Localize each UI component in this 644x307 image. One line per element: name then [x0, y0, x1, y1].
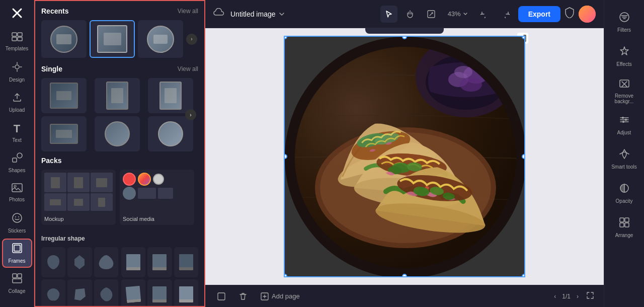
svg-rect-66	[620, 223, 624, 227]
collage-icon	[12, 273, 23, 286]
canvas-duplicate-btn[interactable]	[406, 28, 423, 32]
recent-frame-3[interactable]	[138, 20, 183, 58]
irregular-shape-2[interactable]	[67, 247, 92, 277]
single-frame-2[interactable]	[95, 78, 140, 113]
opacity-tool[interactable]: Opacity	[607, 177, 642, 209]
recent-frame-1[interactable]	[41, 20, 87, 58]
filters-label: Filters	[617, 27, 631, 33]
polaroid-4[interactable]	[121, 279, 145, 307]
pack-mockup[interactable]: Mockup	[41, 170, 116, 225]
polaroid-6[interactable]	[174, 279, 198, 307]
fullscreen-btn[interactable]	[585, 290, 596, 302]
single-chevron[interactable]: ›	[185, 109, 196, 120]
upload-icon	[12, 92, 23, 105]
irregular-section-header: Irregular shape	[41, 235, 198, 242]
svg-rect-7	[13, 158, 17, 162]
stickers-label: Stickers	[8, 228, 26, 234]
adjust-tool[interactable]: Adjust	[607, 109, 642, 141]
packs-grid: Mockup Social media	[41, 170, 198, 225]
undo-btn[interactable]	[476, 6, 493, 23]
sidebar-item-collage[interactable]: Collage	[2, 269, 32, 298]
sidebar-item-upload[interactable]: Upload	[2, 88, 32, 117]
delete-btn[interactable]	[235, 290, 251, 302]
stickers-icon	[12, 212, 23, 226]
svg-point-62	[622, 121, 624, 123]
canvas-area[interactable]: Page 1	[205, 28, 604, 285]
irregular-shape-3[interactable]	[94, 247, 118, 277]
irregular-row: Irregular shape	[41, 247, 198, 307]
sidebar-item-design[interactable]: Design	[2, 57, 32, 87]
svg-rect-2	[12, 33, 17, 36]
arrange-tool[interactable]: Arrange	[607, 211, 642, 244]
irregular-shape-4[interactable]	[41, 279, 65, 307]
next-page-btn[interactable]: ›	[575, 291, 581, 302]
svg-point-12	[15, 216, 16, 217]
remove-bg-icon	[619, 78, 630, 91]
shield-icon[interactable]	[565, 7, 575, 21]
svg-rect-56	[218, 293, 225, 300]
svg-rect-18	[13, 279, 22, 283]
shapes-label: Shapes	[9, 168, 26, 173]
sidebar-item-text[interactable]: T Text	[2, 118, 32, 147]
frames-panel: Recents View all › Single View all	[34, 0, 205, 307]
resize-tool-btn[interactable]	[423, 6, 440, 23]
hand-tool-btn[interactable]	[401, 6, 419, 23]
canvas-image[interactable]: ↻	[284, 36, 525, 277]
single-frame-6[interactable]	[148, 116, 193, 151]
adjust-icon	[619, 114, 630, 128]
photos-label: Photos	[9, 197, 25, 202]
smart-tools-tool[interactable]: Smart tools	[607, 143, 642, 175]
sidebar-item-stickers[interactable]: Stickers	[2, 208, 32, 238]
svg-point-8	[17, 153, 22, 158]
main-area: Untitled image	[205, 0, 604, 307]
sidebar-item-frames[interactable]: Frames	[2, 239, 32, 268]
app-logo[interactable]	[8, 4, 26, 22]
document-title[interactable]: Untitled image	[230, 10, 285, 18]
select-tool-btn[interactable]	[380, 6, 397, 23]
single-grid: ›	[41, 78, 198, 151]
svg-point-11	[13, 213, 22, 222]
zoom-control[interactable]: 43%	[444, 8, 472, 20]
pack-social-media[interactable]: Social media	[120, 170, 194, 225]
prev-page-btn[interactable]: ‹	[552, 291, 558, 302]
canvas-select-btn[interactable]	[367, 28, 384, 32]
polaroid-2[interactable]	[147, 247, 172, 277]
add-page-btn[interactable]: Add page	[257, 290, 304, 302]
left-toolbar: Templates Design Upload T Text	[0, 0, 34, 307]
polaroid-5[interactable]	[147, 279, 172, 307]
irregular-shape-5[interactable]	[67, 279, 92, 307]
sidebar-item-templates[interactable]: Templates	[2, 27, 32, 56]
effects-tool[interactable]: Effects	[607, 40, 642, 72]
canvas-grid-btn[interactable]	[386, 28, 404, 32]
irregular-shape-6[interactable]	[94, 279, 118, 307]
recents-view-all[interactable]: View all	[178, 8, 198, 15]
redo-btn[interactable]	[497, 6, 514, 23]
recent-frame-2[interactable]	[90, 20, 135, 58]
sidebar-item-shapes[interactable]: Shapes	[2, 148, 32, 177]
single-frame-3[interactable]	[148, 78, 193, 113]
page-info: 1/1	[562, 293, 571, 300]
filters-tool[interactable]: Filters	[607, 6, 642, 38]
export-button[interactable]: Export	[518, 6, 560, 22]
cloud-save-icon[interactable]	[213, 8, 224, 20]
current-page-btn[interactable]	[213, 290, 229, 302]
sidebar-item-photos[interactable]: Photos	[2, 178, 32, 207]
canvas-more-btn[interactable]: •••	[425, 28, 442, 32]
single-title: Single	[41, 65, 62, 73]
single-frame-5[interactable]	[95, 116, 140, 151]
single-frame-1[interactable]	[41, 78, 87, 113]
svg-point-6	[15, 65, 19, 69]
remove-bg-tool[interactable]: Remove backgr...	[607, 74, 642, 107]
irregular-title: Irregular shape	[41, 235, 85, 242]
polaroid-1[interactable]	[121, 247, 145, 277]
svg-rect-67	[625, 223, 629, 227]
irregular-shape-1[interactable]	[41, 247, 65, 277]
mockup-pack-label: Mockup	[41, 214, 116, 225]
recents-chevron[interactable]: ›	[186, 34, 197, 45]
arrange-icon	[619, 217, 630, 231]
polaroid-3[interactable]	[174, 247, 198, 277]
single-frame-4[interactable]	[41, 116, 87, 151]
user-avatar[interactable]	[579, 6, 596, 23]
canvas-toolbar: •••	[365, 28, 444, 34]
single-view-all[interactable]: View all	[178, 65, 198, 72]
